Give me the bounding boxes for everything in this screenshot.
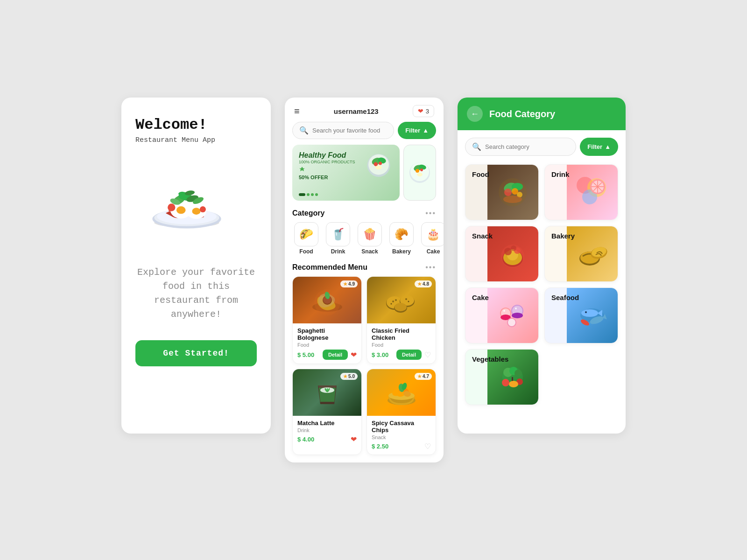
- star-icon: ★: [343, 281, 347, 287]
- category-item-snack[interactable]: 🍿 Snack: [356, 222, 384, 255]
- chicken-detail-button[interactable]: Detail: [396, 350, 422, 360]
- category-header: ← Food Category: [458, 98, 626, 130]
- cat-card-vegetables[interactable]: Vegetables: [465, 349, 539, 405]
- cat-label-cake: Cake: [472, 294, 489, 301]
- category-section-header: Category •••: [285, 207, 444, 222]
- cat-card-seafood[interactable]: Seafood: [544, 287, 618, 343]
- get-started-button[interactable]: Get Started!: [135, 340, 257, 366]
- main-screen: ≡ username123 ❤ 3 🔍 Filter ▲: [285, 98, 444, 462]
- chicken-footer: $ 3.00 Detail ♡: [372, 350, 431, 360]
- spaghetti-price: $ 5.00: [297, 351, 314, 358]
- chips-rating: ★ 4.7: [415, 373, 432, 380]
- food-card-matcha: ★ 5.0 Matcha Latte Drink $ 4.00 ❤: [292, 369, 362, 455]
- spaghetti-image: ★ 4.9: [293, 277, 361, 323]
- svg-point-103: [502, 379, 509, 386]
- chicken-favorite-button[interactable]: ♡: [424, 350, 431, 359]
- chicken-price: $ 3.00: [372, 351, 388, 358]
- matcha-favorite-button[interactable]: ❤: [351, 435, 357, 444]
- menu-icon[interactable]: ≡: [294, 106, 300, 117]
- category-item-drink[interactable]: 🥤 Drink: [324, 222, 352, 255]
- category-label-bakery: Bakery: [392, 248, 411, 255]
- main-header: ≡ username123 ❤ 3: [285, 98, 444, 122]
- cat-card-snack[interactable]: Snack: [465, 226, 539, 282]
- recommended-more-button[interactable]: •••: [425, 263, 436, 272]
- banner-dots: [299, 193, 318, 196]
- matcha-rating: ★ 5.0: [340, 373, 358, 380]
- category-label-food: Food: [299, 248, 313, 255]
- svg-point-28: [416, 169, 419, 173]
- svg-point-43: [395, 299, 397, 301]
- heart-icon: ❤: [418, 107, 423, 115]
- category-more-button[interactable]: •••: [425, 209, 436, 217]
- banner-main[interactable]: Healthy Food 100% ORGANIC PRODUCTS 50% O…: [292, 145, 400, 201]
- banner-subtitle: 100% ORGANIC PRODUCTS: [299, 160, 393, 164]
- chips-category: Snack: [372, 434, 431, 440]
- chicken-image: ★ 4.8: [367, 277, 436, 323]
- cat-label-drink: Drink: [551, 170, 569, 178]
- svg-point-88: [512, 313, 523, 318]
- welcome-screen: Welcome! Restaurant Menu App: [121, 98, 271, 434]
- category-row: 🌮 Food 🥤 Drink 🍿 Snack 🥐 Bakery 🎂 Cake: [285, 222, 444, 261]
- chips-price: $ 2.50: [372, 443, 388, 450]
- svg-point-41: [395, 303, 407, 311]
- cat-label-vegetables: Vegetables: [472, 355, 508, 363]
- food-card-chips: ★ 4.7 Spicy Cassava Chips Snack $ 2.50 ♡: [366, 369, 436, 455]
- spaghetti-details: Spaghetti Bolognese Food $ 5.00 Detail ❤: [293, 323, 361, 364]
- category-filter-button[interactable]: Filter ▲: [580, 138, 618, 156]
- banner-side: [403, 145, 436, 201]
- category-grid: Food Drink: [458, 161, 626, 413]
- search-section: 🔍 Filter ▲: [285, 122, 444, 145]
- category-label-drink: Drink: [331, 248, 345, 255]
- spaghetti-category: Food: [297, 342, 357, 348]
- svg-point-90: [508, 319, 515, 326]
- svg-point-91: [503, 310, 505, 312]
- matcha-price: $ 4.00: [297, 436, 314, 443]
- spaghetti-favorite-button[interactable]: ❤: [351, 350, 357, 359]
- category-header-title: Food Category: [489, 109, 555, 119]
- favorites-badge[interactable]: ❤ 3: [413, 105, 434, 117]
- search-input-wrapper[interactable]: 🔍: [292, 122, 394, 139]
- svg-point-45: [405, 298, 407, 300]
- svg-point-94: [581, 309, 598, 317]
- category-item-food[interactable]: 🌮 Food: [292, 222, 320, 255]
- category-item-bakery[interactable]: 🥐 Bakery: [388, 222, 416, 255]
- spaghetti-detail-button[interactable]: Detail: [323, 350, 348, 360]
- chips-favorite-button[interactable]: ♡: [424, 442, 431, 451]
- star-icon: ★: [343, 374, 347, 379]
- chips-details: Spicy Cassava Chips Snack $ 2.50 ♡: [367, 416, 436, 455]
- matcha-name: Matcha Latte: [297, 420, 357, 427]
- back-button[interactable]: ←: [467, 106, 483, 122]
- search-icon: 🔍: [299, 126, 309, 135]
- matcha-details: Matcha Latte Drink $ 4.00 ❤: [293, 416, 361, 448]
- welcome-subtitle: Restaurant Menu App: [135, 136, 215, 144]
- cake-icon-box: 🎂: [421, 222, 444, 246]
- star-icon: ★: [417, 374, 422, 379]
- category-filter-label: Filter: [587, 143, 602, 150]
- cat-label-food: Food: [472, 170, 489, 178]
- food-card-spaghetti: ★ 4.9 Spaghetti Bolognese Food $ 5.00 De…: [292, 276, 362, 364]
- cat-card-drink[interactable]: Drink: [544, 164, 618, 220]
- category-item-cake[interactable]: 🎂 Cake: [419, 222, 444, 255]
- chips-footer: $ 2.50 ♡: [372, 442, 431, 451]
- cat-card-cake[interactable]: Cake: [465, 287, 539, 343]
- cat-card-food[interactable]: Food: [465, 164, 539, 220]
- filter-button[interactable]: Filter ▲: [398, 122, 436, 139]
- category-search-input[interactable]: [485, 143, 569, 150]
- category-search-section: 🔍 Filter ▲: [458, 130, 626, 161]
- food-icon-box: 🌮: [294, 222, 318, 246]
- recommended-grid: ★ 4.9 Spaghetti Bolognese Food $ 5.00 De…: [285, 276, 444, 462]
- cat-card-bakery[interactable]: Bakery: [544, 226, 618, 282]
- chips-name: Spicy Cassava Chips: [372, 420, 431, 434]
- category-section-title: Category: [292, 209, 324, 217]
- spaghetti-name: Spaghetti Bolognese: [297, 327, 357, 341]
- spaghetti-rating: ★ 4.9: [340, 280, 358, 287]
- svg-point-95: [585, 311, 587, 313]
- search-input[interactable]: [312, 127, 387, 134]
- svg-point-92: [515, 308, 517, 309]
- category-search-wrapper[interactable]: 🔍: [465, 138, 576, 156]
- welcome-title: Welcome!: [135, 116, 207, 133]
- svg-point-5: [176, 206, 186, 214]
- svg-point-30: [417, 173, 423, 176]
- category-label-cake: Cake: [427, 248, 440, 255]
- banner-area: Healthy Food 100% ORGANIC PRODUCTS 50% O…: [285, 145, 444, 207]
